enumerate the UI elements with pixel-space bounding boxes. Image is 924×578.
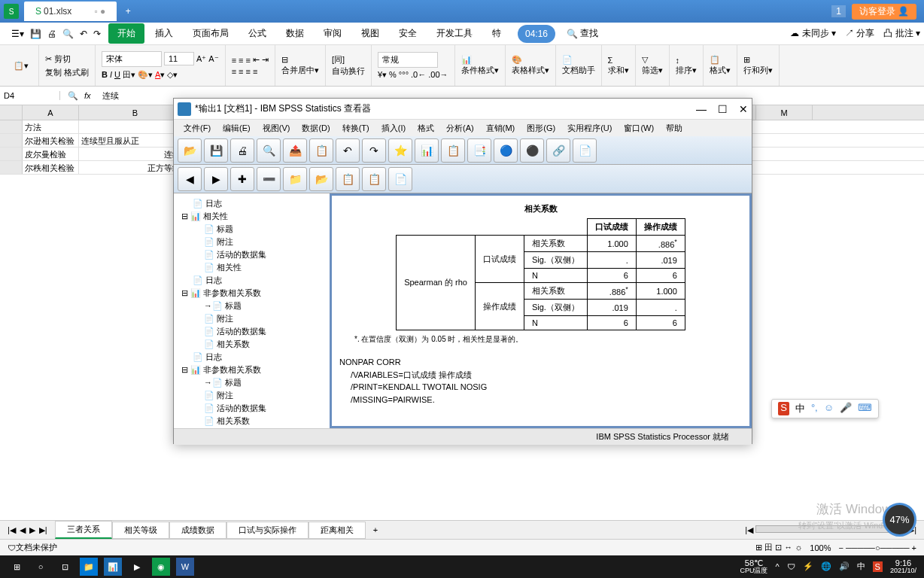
select-all-corner[interactable]: [0, 105, 23, 120]
align-top-icon[interactable]: ≡: [232, 56, 236, 65]
size-select[interactable]: 11: [164, 52, 194, 65]
print-icon[interactable]: 🖨: [47, 29, 56, 39]
paste-button[interactable]: 📋▾: [10, 59, 32, 72]
align-left-icon[interactable]: ≡: [232, 67, 236, 76]
percent-icon[interactable]: %: [389, 70, 397, 79]
maximize-icon[interactable]: ☐: [718, 103, 728, 115]
browser-icon[interactable]: ◉: [152, 558, 170, 576]
menu-review[interactable]: 审阅: [315, 23, 351, 44]
col-header-A[interactable]: A: [23, 105, 79, 120]
align-right-icon[interactable]: ≡: [246, 67, 251, 76]
sheet-add-button[interactable]: +: [366, 525, 385, 534]
tree-log3[interactable]: 📄 日志: [178, 351, 326, 364]
video-app-icon[interactable]: ▶: [128, 558, 146, 576]
spss-collapse-icon[interactable]: 📂: [309, 167, 333, 191]
merge-button[interactable]: ⊟合并居中▾: [281, 55, 319, 76]
cell-reference[interactable]: D4: [0, 91, 60, 100]
taskview-icon[interactable]: ⊡: [56, 558, 74, 576]
wrap-button[interactable]: [同]自动换行: [332, 54, 365, 77]
sort-button[interactable]: ↕排序▾: [676, 56, 697, 76]
minimize-icon[interactable]: —: [696, 103, 707, 115]
decrease-font-icon[interactable]: A⁻: [208, 54, 218, 64]
border-icon[interactable]: 田▾: [123, 69, 135, 81]
cell-A4[interactable]: 尔秩相关检验: [23, 161, 79, 174]
tree-active-data3[interactable]: 📄 活动的数据集: [178, 402, 326, 415]
tree-log1[interactable]: 📄 日志: [178, 197, 326, 210]
sum-button[interactable]: Σ求和▾: [608, 56, 629, 76]
spss-goto-icon[interactable]: ⭐: [388, 138, 412, 163]
spss-expand-icon[interactable]: 📁: [283, 167, 307, 191]
tree-notes3[interactable]: 📄 附注: [178, 389, 326, 402]
spss-menu-analyze[interactable]: 分析(A): [440, 123, 480, 134]
explorer-icon[interactable]: 📁: [80, 558, 98, 576]
menu-start[interactable]: 开始: [108, 23, 144, 44]
annotate-button[interactable]: 凸 批注 ▾: [883, 27, 920, 40]
spss-value-icon[interactable]: 🔵: [494, 138, 518, 163]
menu-page-layout[interactable]: 页面布局: [184, 23, 238, 44]
scroll-left-icon[interactable]: |◀: [745, 525, 753, 534]
ime-punct-icon[interactable]: °,: [811, 402, 818, 415]
preview-icon[interactable]: 🔍: [62, 29, 74, 39]
redo-icon[interactable]: ↷: [93, 29, 101, 39]
copy-button[interactable]: 复制: [45, 67, 62, 78]
decrease-decimal-icon[interactable]: .00→: [428, 70, 448, 79]
wps-taskbar-icon[interactable]: W: [176, 558, 194, 576]
spss-save-icon[interactable]: 💾: [204, 138, 228, 163]
sheet-tab-2[interactable]: 成绩数据: [169, 522, 226, 539]
table-style-button[interactable]: 🎨表格样式▾: [512, 55, 549, 76]
tray-sogou-icon[interactable]: S: [873, 561, 883, 572]
tree-corr-coef2[interactable]: 📄 相关系数: [178, 415, 326, 427]
tray-ime-icon[interactable]: 中: [857, 561, 865, 572]
spss-menu-transform[interactable]: 转换(T): [336, 123, 375, 134]
spss-taskbar-icon[interactable]: 📊: [104, 558, 122, 576]
login-button[interactable]: 访客登录 👤: [852, 4, 916, 20]
menu-data[interactable]: 数据: [277, 23, 313, 44]
search-menu[interactable]: 🔍 查找: [567, 27, 598, 40]
increase-font-icon[interactable]: A⁺: [196, 54, 206, 64]
spss-outline-tree[interactable]: 📄 日志 ⊟ 📊 相关性 📄 标题 📄 附注 📄 活动的数据集 📄 相关性 📄 …: [174, 193, 332, 428]
tree-title2[interactable]: →📄 标题: [178, 300, 326, 312]
spss-menu-window[interactable]: 窗口(W): [618, 123, 660, 134]
spss-titlebar[interactable]: *输出1 [文档1] - IBM SPSS Statistics 查看器 — ☐…: [174, 99, 752, 120]
spss-output-pane[interactable]: 相关系数 口试成绩 操作成绩 Spearman 的 rho 口试成绩 相关系数 …: [332, 193, 752, 428]
share-button[interactable]: ↗ 分享: [845, 27, 874, 40]
spss-insert-icon[interactable]: 📄: [388, 167, 412, 191]
undo-icon[interactable]: ↶: [80, 29, 87, 39]
menu-security[interactable]: 安全: [390, 23, 426, 44]
sheet-nav-next-icon[interactable]: ▶: [29, 525, 35, 535]
fx-icon[interactable]: 🔍: [68, 91, 78, 101]
menu-dropdown-icon[interactable]: ☰▾: [11, 29, 24, 39]
tree-active-data2[interactable]: 📄 活动的数据集: [178, 325, 326, 338]
ime-toolbar[interactable]: S 中 °, ☺ 🎤 ⌨: [771, 399, 879, 418]
tree-title[interactable]: 📄 标题: [178, 223, 326, 236]
spss-variables-icon[interactable]: 📋: [441, 138, 465, 163]
cut-icon[interactable]: ✂: [45, 54, 52, 64]
sheet-nav-first-icon[interactable]: |◀: [8, 525, 16, 535]
spss-preview-icon[interactable]: 🔍: [257, 138, 281, 163]
italic-icon[interactable]: I: [110, 70, 112, 79]
spss-promote-icon[interactable]: ✚: [230, 167, 254, 191]
view-icons[interactable]: ⊞ 田 ⊡ ↔ ☼: [755, 542, 802, 553]
tray-power-icon[interactable]: ⚡: [803, 561, 813, 571]
tree-nonpar2[interactable]: ⊟ 📊 非参数相关系数: [178, 364, 326, 376]
cell-A1[interactable]: 方法: [23, 120, 79, 133]
format-brush-button[interactable]: 格式刷: [64, 67, 89, 78]
menu-view[interactable]: 视图: [352, 23, 388, 44]
spss-designate-icon[interactable]: 🔗: [546, 138, 570, 163]
tree-correlations[interactable]: 📄 相关性: [178, 261, 326, 274]
doc-helper-button[interactable]: 📄文档助手: [562, 55, 595, 76]
tray-shield-icon[interactable]: 🛡: [787, 562, 795, 571]
spss-use-icon[interactable]: ⚫: [520, 138, 544, 163]
tree-log2[interactable]: 📄 日志: [178, 274, 326, 287]
indent-left-icon[interactable]: ⇤: [253, 55, 260, 65]
col-header-M[interactable]: M: [756, 105, 813, 120]
spss-goto-case-icon[interactable]: 📊: [415, 138, 439, 163]
menu-dev[interactable]: 开发工具: [427, 23, 482, 44]
tree-title3[interactable]: →📄 标题: [178, 376, 326, 389]
sheet-tab-0[interactable]: 三者关系: [55, 521, 112, 539]
align-justify-icon[interactable]: ≡: [253, 67, 257, 76]
spss-hide-icon[interactable]: 📋: [362, 167, 386, 191]
align-bottom-icon[interactable]: ≡: [246, 56, 251, 65]
sheet-nav-prev-icon[interactable]: ◀: [20, 525, 26, 535]
ime-emoji-icon[interactable]: ☺: [824, 402, 834, 415]
